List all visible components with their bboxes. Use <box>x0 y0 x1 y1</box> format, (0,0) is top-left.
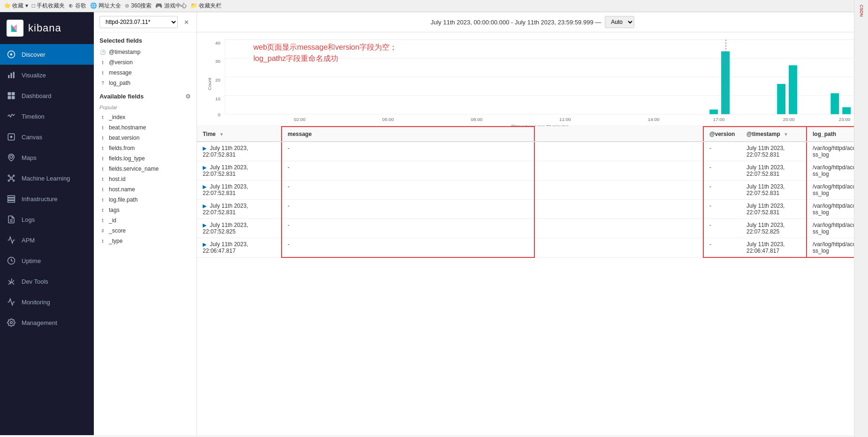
selected-field-message[interactable]: t message <box>94 68 197 78</box>
bookmark-folder[interactable]: 📁 收藏夹栏 <box>190 2 221 10</box>
svg-point-1 <box>10 53 13 56</box>
canvas-icon <box>7 132 16 142</box>
available-field-fields-service-name[interactable]: t fields.service_name add <box>94 164 197 174</box>
col-header-timestamp[interactable]: @timestamp ▼ <box>741 127 807 142</box>
available-field-log-file-path[interactable]: t log.file.path <box>94 195 197 205</box>
selected-field-timestamp[interactable]: 🕐 @timestamp <box>94 47 197 57</box>
infra-icon <box>7 194 16 203</box>
available-field-beat-version[interactable]: t beat.version <box>94 133 197 143</box>
sidebar-label-logs: Logs <box>22 216 35 223</box>
expand-row-button[interactable]: ▶ <box>203 145 206 151</box>
svg-point-13 <box>13 175 15 176</box>
sidebar-label-management: Management <box>22 319 57 326</box>
svg-rect-6 <box>12 92 15 96</box>
field-type-t11: t <box>99 217 106 224</box>
available-field-type[interactable]: t _type <box>94 236 197 246</box>
available-field-id[interactable]: t _id <box>94 215 197 226</box>
bookmark-weburl[interactable]: 🌐 网址大全 <box>90 2 121 10</box>
sidebar-item-logs[interactable]: Logs <box>0 209 94 230</box>
bookmark-google[interactable]: ⊕ 谷歌 <box>69 2 86 10</box>
close-panel-button[interactable]: ✕ <box>182 17 191 27</box>
available-field-index[interactable]: t _index <box>94 112 197 122</box>
time-range-text: July 11th 2023, 00:00:00.000 - July 11th… <box>431 19 602 26</box>
table-cell-timestamp: July 11th 2023, 22:07:52.831 <box>741 142 807 161</box>
sidebar-item-timelion[interactable]: Timelion <box>0 106 94 127</box>
svg-text:11:00: 11:00 <box>559 117 571 122</box>
svg-text:0: 0 <box>218 112 221 117</box>
sidebar-item-monitoring[interactable]: Monitoring <box>0 292 94 312</box>
sidebar-label-canvas: Canvas <box>22 134 42 141</box>
available-fields-title: Available fields <box>99 93 144 100</box>
sidebar-item-apm[interactable]: APM <box>0 230 94 250</box>
table-cell-message: - <box>282 181 534 200</box>
bookmark-mobile[interactable]: □ 手机收藏夹 <box>32 2 65 10</box>
svg-rect-51 <box>789 65 797 114</box>
field-name-type: _type <box>109 238 191 244</box>
col-header-time[interactable]: Time ▼ <box>197 127 282 142</box>
kibana-logo-text: kibana <box>28 22 61 34</box>
sidebar-item-uptime[interactable]: Uptime <box>0 250 94 271</box>
bookmark-360[interactable]: ⊙ 360搜索 <box>125 2 152 10</box>
table-cell-timestamp: July 11th 2023, 22:07:52.831 <box>741 161 807 181</box>
col-header-message[interactable]: message <box>282 127 534 142</box>
svg-text:Count: Count <box>207 78 212 90</box>
field-type-clock: 🕐 <box>99 49 106 55</box>
dashboard-icon <box>7 91 16 100</box>
available-field-fields-from[interactable]: t fields.from <box>94 143 197 153</box>
field-name-message: message <box>109 69 191 76</box>
field-type-t9: t <box>99 196 106 203</box>
available-field-beat-hostname[interactable]: t beat.hostname <box>94 122 197 133</box>
selected-field-logpath[interactable]: ? log_path <box>94 78 197 88</box>
sidebar-item-discover[interactable]: Discover <box>0 44 94 65</box>
sort-icon-ts: ▼ <box>784 132 788 137</box>
field-name-tags: tags <box>109 207 191 213</box>
sidebar-item-infrastructure[interactable]: Infrastructure <box>0 188 94 209</box>
available-field-host-id[interactable]: t host.id <box>94 174 197 184</box>
col-header-spacer2 <box>563 127 591 142</box>
expand-row-button[interactable]: ▶ <box>203 203 206 209</box>
main-content: July 11th 2023, 00:00:00.000 - July 11th… <box>197 12 868 435</box>
sidebar-item-management[interactable]: Management <box>0 312 94 333</box>
table-cell-version: - <box>703 181 741 200</box>
expand-row-button[interactable]: ▶ <box>203 222 206 228</box>
available-field-tags[interactable]: t tags <box>94 205 197 215</box>
available-field-score[interactable]: # _score <box>94 226 197 236</box>
selected-fields-title: Selected fields <box>94 32 197 47</box>
svg-text:10: 10 <box>215 96 221 101</box>
sidebar-item-machine-learning[interactable]: Machine Learning <box>0 168 94 188</box>
svg-line-17 <box>12 176 13 177</box>
sidebar-item-canvas[interactable]: Canvas <box>0 127 94 147</box>
selected-field-version[interactable]: t @version <box>94 57 197 68</box>
table-cell-timestamp: July 11th 2023, 22:07:52.825 <box>741 219 807 238</box>
expand-row-button[interactable]: ▶ <box>203 165 206 170</box>
sidebar-label-discover: Discover <box>22 51 46 58</box>
field-type-t10: t <box>99 207 106 213</box>
available-field-fields-log-type[interactable]: t fields.log_type <box>94 153 197 164</box>
col-header-version[interactable]: @version <box>703 127 741 142</box>
index-pattern-select[interactable]: httpd-2023.07.11* <box>99 16 178 28</box>
sidebar-label-ml: Machine Learning <box>22 175 70 182</box>
svg-point-12 <box>8 175 9 176</box>
sidebar-item-maps[interactable]: Maps <box>0 147 94 168</box>
svg-text:30: 30 <box>215 59 221 64</box>
svg-line-16 <box>9 176 10 177</box>
expand-row-button[interactable]: ▶ <box>203 241 206 247</box>
bookmark-games[interactable]: 🎮 游戏中心 <box>155 2 186 10</box>
results-table: Time ▼ message @version @timestamp ▼ <box>197 126 868 258</box>
field-name-fields-service-name: fields.service_name <box>109 166 191 172</box>
time-auto-select[interactable]: Auto <box>605 16 634 28</box>
field-name-fields-from: fields.from <box>109 145 191 151</box>
sidebar-item-devtools[interactable]: Dev Tools <box>0 271 94 292</box>
sidebar-item-dashboard[interactable]: Dashboard <box>0 85 94 106</box>
sidebar-item-visualize[interactable]: Visualize <box>0 65 94 85</box>
svg-rect-53 <box>842 107 851 114</box>
sidebar-label-devtools: Dev Tools <box>22 278 48 285</box>
management-icon <box>7 318 16 327</box>
field-name-score: _score <box>109 227 191 234</box>
bookmark-star[interactable]: ⭐ 收藏 ▾ <box>4 2 28 10</box>
available-field-host-name[interactable]: t host.name <box>94 184 197 195</box>
expand-row-button[interactable]: ▶ <box>203 184 206 189</box>
svg-text:05:00: 05:00 <box>382 117 394 122</box>
gear-icon[interactable]: ⚙ <box>185 93 191 100</box>
svg-rect-3 <box>11 73 12 78</box>
